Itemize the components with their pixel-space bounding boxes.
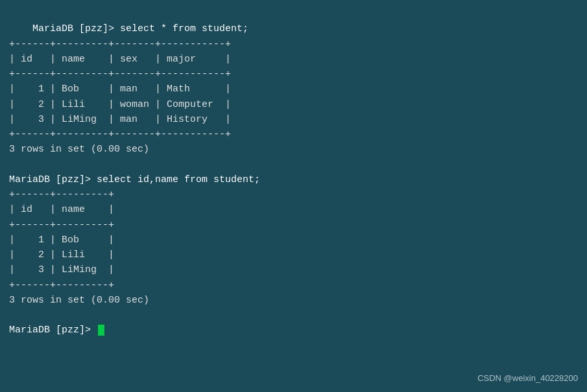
cursor <box>98 325 104 336</box>
line-8: +------+---------+-------+-----------+ <box>9 129 231 140</box>
line-7: | 3 | LiMing | man | History | <box>9 114 231 125</box>
line-13: +------+---------+ <box>9 220 114 231</box>
line-16: | 3 | LiMing | <box>9 264 114 275</box>
line-15: | 2 | Lili | <box>9 249 114 260</box>
line-5: | 1 | Bob | man | Math | <box>9 84 231 95</box>
line-9: 3 rows in set (0.00 sec) <box>9 144 149 155</box>
terminal-output: MariaDB [pzz]> select * from student; +-… <box>9 6 578 353</box>
line-10: MariaDB [pzz]> select id,name from stude… <box>9 174 260 185</box>
terminal-window: MariaDB [pzz]> select * from student; +-… <box>0 0 587 392</box>
line-1: MariaDB [pzz]> select * from student; <box>32 23 248 34</box>
line-11: +------+---------+ <box>9 189 114 200</box>
line-4: +------+---------+-------+-----------+ <box>9 69 231 80</box>
line-17: +------+---------+ <box>9 280 114 291</box>
line-18: 3 rows in set (0.00 sec) <box>9 295 149 306</box>
line-14: | 1 | Bob | <box>9 235 114 246</box>
line-12: | id | name | <box>9 204 114 215</box>
line-2: +------+---------+-------+-----------+ <box>9 39 231 50</box>
watermark: CSDN @weixin_40228200 <box>477 373 578 383</box>
line-6: | 2 | Lili | woman | Computer | <box>9 99 231 110</box>
prompt-line[interactable]: MariaDB [pzz]> <box>9 325 104 336</box>
line-3: | id | name | sex | major | <box>9 54 231 65</box>
